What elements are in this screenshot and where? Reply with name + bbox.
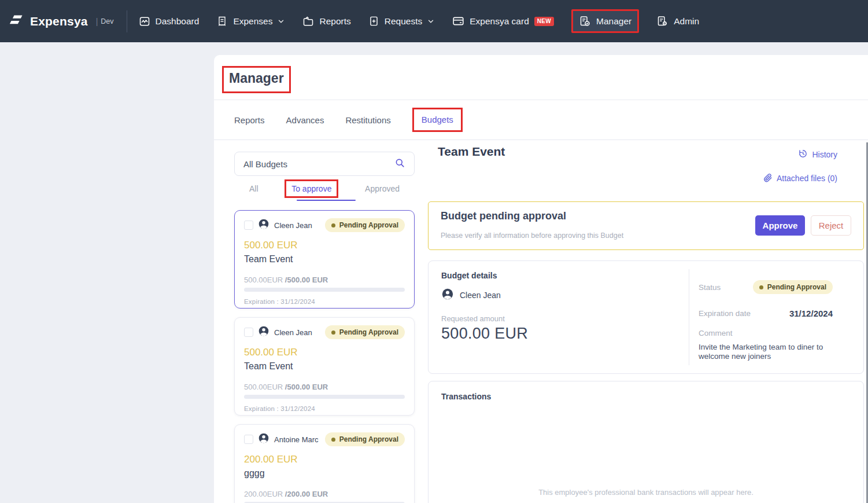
status-dot-icon: [331, 331, 335, 335]
status-badge: Pending Approval: [753, 280, 833, 294]
budget-usage: 200.00EUR /200.00 EUR: [244, 490, 405, 498]
status-dot-icon: [759, 285, 763, 289]
budget-card[interactable]: Antoine Marc Pending Approval 200.00 EUR…: [234, 424, 415, 503]
env-divider: |: [96, 17, 98, 26]
banner-subtitle: Please verify all information before app…: [441, 232, 623, 240]
status-text: Pending Approval: [339, 221, 398, 229]
nav-item-requests[interactable]: Requests: [368, 16, 435, 27]
app-window: Expensya | Dev Dashboard Expenses: [0, 0, 868, 503]
budget-search-label: All Budgets: [243, 159, 287, 169]
details-vertical-divider: [689, 269, 689, 365]
credit-card-icon: [452, 15, 464, 27]
nav-label: Reports: [319, 16, 350, 27]
filter-to-approve[interactable]: To approve: [291, 184, 331, 193]
budget-details-card: Budget details Cleen Jean Requested amou…: [428, 260, 864, 374]
usage-spent: 200.00EUR: [244, 490, 285, 498]
admin-icon: [656, 15, 668, 27]
active-filter-underline: [297, 200, 356, 201]
top-navbar: Expensya | Dev Dashboard Expenses: [0, 0, 868, 42]
transactions-card: Transactions This employee's professiona…: [428, 381, 864, 503]
status-text: Pending Approval: [767, 283, 826, 291]
chevron-down-icon: [427, 17, 435, 25]
detail-owner: Cleen Jean: [441, 288, 501, 302]
nav-item-manager[interactable]: Manager: [571, 9, 639, 33]
reject-button[interactable]: Reject: [811, 215, 851, 236]
status-label: Status: [699, 283, 721, 292]
env-name: Dev: [101, 17, 113, 25]
budget-card[interactable]: Cleen Jean Pending Approval 500.00 EUR T…: [234, 317, 415, 416]
budget-amount: 200.00 EUR: [244, 454, 405, 465]
budget-expiration: Expiration : 31/12/2024: [244, 298, 405, 305]
tab-reports[interactable]: Reports: [234, 115, 265, 125]
budget-checkbox[interactable]: [244, 328, 253, 337]
history-label: History: [812, 150, 837, 159]
nav-item-admin[interactable]: Admin: [656, 15, 699, 27]
budget-search-input[interactable]: All Budgets: [234, 152, 415, 176]
expenses-icon: [216, 16, 228, 27]
expiration-row: Expiration date 31/12/2024: [699, 309, 833, 318]
chevron-down-icon: [277, 17, 285, 25]
budget-checkbox[interactable]: [244, 221, 253, 230]
avatar: [441, 288, 454, 302]
detail-title: Team Event: [438, 145, 505, 159]
expiration-date-value: 31/12/2024: [789, 309, 833, 318]
attached-files-link[interactable]: Attached files (0): [763, 172, 837, 184]
status-badge: Pending Approval: [325, 432, 405, 446]
transactions-empty-text: This employee's professional bank transa…: [429, 488, 863, 497]
budget-card[interactable]: Cleen Jean Pending Approval 500.00 EUR T…: [234, 210, 415, 309]
search-icon[interactable]: [394, 157, 405, 171]
budget-progress-bar: [244, 288, 405, 292]
detail-owner-name: Cleen Jean: [460, 291, 501, 300]
reports-icon: [302, 16, 314, 27]
budget-amount: 500.00 EUR: [244, 240, 405, 251]
attached-files-label: Attached files (0): [777, 174, 837, 183]
requested-amount-label: Requested amount: [441, 314, 505, 323]
page-title-annotation-box: Manager: [222, 66, 291, 93]
expiration-date-label: Expiration date: [699, 309, 751, 318]
transactions-heading: Transactions: [441, 392, 491, 401]
budget-progress-bar: [244, 395, 405, 399]
filter-approved[interactable]: Approved: [365, 184, 400, 193]
history-icon: [798, 149, 808, 160]
usage-total: /500.00 EUR: [285, 383, 328, 391]
budget-checkbox[interactable]: [244, 435, 253, 444]
tab-budgets-annotation-box: Budgets: [412, 108, 463, 132]
history-link[interactable]: History: [798, 149, 837, 160]
status-dot-icon: [331, 438, 335, 442]
budget-amount: 500.00 EUR: [244, 347, 405, 358]
budget-name: Team Event: [244, 254, 405, 265]
tab-advances[interactable]: Advances: [286, 115, 324, 125]
pending-approval-banner: Budget pending approval Please verify al…: [428, 201, 864, 250]
status-row: Status Pending Approval: [699, 280, 833, 294]
avatar: [258, 432, 269, 446]
usage-spent: 500.00EUR: [244, 383, 285, 391]
approve-button[interactable]: Approve: [755, 215, 805, 236]
status-dot-icon: [331, 223, 335, 227]
status-badge: Pending Approval: [325, 325, 405, 339]
nav-item-expenses[interactable]: Expenses: [216, 16, 285, 27]
nav-label: Expenses: [233, 16, 272, 27]
main-navigation: Dashboard Expenses Reports: [139, 9, 700, 33]
manager-icon: [579, 15, 591, 27]
nav-item-expensya-card[interactable]: Expensya card NEW: [452, 15, 554, 27]
nav-item-dashboard[interactable]: Dashboard: [139, 16, 200, 27]
budget-owner: Cleen Jean: [274, 221, 312, 230]
tab-budgets[interactable]: Budgets: [422, 115, 453, 124]
budget-usage: 500.00EUR /500.00 EUR: [244, 276, 405, 284]
expensya-logo-icon: [9, 13, 24, 30]
nav-item-reports[interactable]: Reports: [302, 16, 350, 27]
budget-filter-tabs: All To approve Approved: [234, 176, 415, 201]
navbar-divider: [127, 10, 127, 32]
nav-label: Manager: [596, 16, 631, 27]
requested-amount-value: 500.00 EUR: [441, 325, 528, 343]
tab-restitutions[interactable]: Restitutions: [345, 115, 390, 125]
budget-usage: 500.00EUR /500.00 EUR: [244, 383, 405, 391]
budget-list-panel: All Budgets All To approve Approved: [234, 141, 415, 503]
budget-name: Team Event: [244, 361, 405, 372]
comment-label: Comment: [699, 329, 733, 337]
status-text: Pending Approval: [339, 328, 398, 336]
filter-all[interactable]: All: [249, 184, 258, 193]
brand[interactable]: Expensya | Dev: [9, 13, 114, 30]
usage-total: /200.00 EUR: [285, 490, 328, 498]
brand-name: Expensya: [30, 14, 88, 28]
